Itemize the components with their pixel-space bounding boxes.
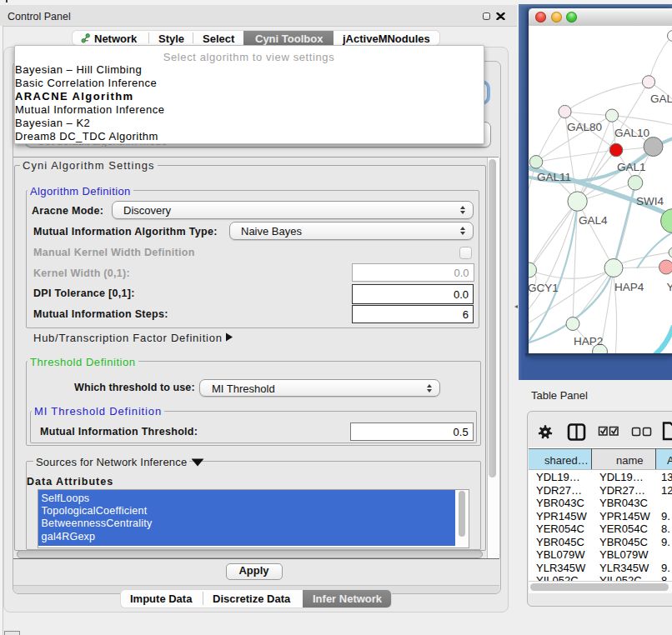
svg-text:GAL11: GAL11 — [537, 171, 571, 183]
svg-text:HAP2: HAP2 — [574, 335, 603, 348]
svg-text:Y: Y — [667, 281, 672, 293]
svg-text:GAL10: GAL10 — [614, 127, 649, 139]
svg-text:GCY1: GCY1 — [529, 282, 559, 294]
svg-text:GAL2: GAL2 — [650, 92, 672, 105]
svg-text:HAP4: HAP4 — [614, 281, 644, 293]
svg-text:GAL4: GAL4 — [579, 214, 608, 227]
svg-text:SWI4: SWI4 — [636, 195, 664, 208]
svg-text:GAL1: GAL1 — [617, 161, 646, 173]
svg-text:GAL80: GAL80 — [567, 121, 602, 133]
